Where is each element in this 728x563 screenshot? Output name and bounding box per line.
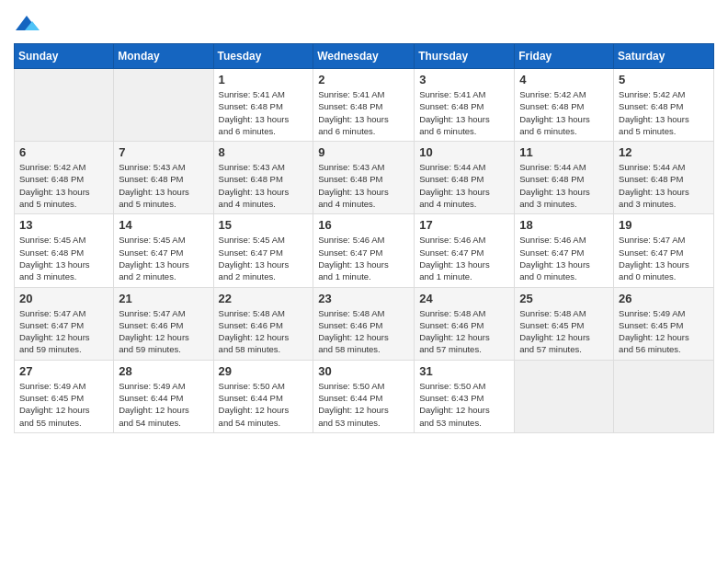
calendar-cell	[614, 360, 714, 432]
calendar-cell: 6Sunrise: 5:42 AM Sunset: 6:48 PM Daylig…	[15, 142, 114, 214]
calendar-cell	[114, 69, 213, 142]
calendar-cell: 17Sunrise: 5:46 AM Sunset: 6:47 PM Dayli…	[415, 214, 515, 287]
day-info: Sunrise: 5:47 AM Sunset: 6:46 PM Dayligh…	[119, 307, 208, 356]
week-row-1: 1Sunrise: 5:41 AM Sunset: 6:48 PM Daylig…	[15, 69, 714, 142]
day-number: 9	[318, 145, 409, 159]
calendar-cell: 21Sunrise: 5:47 AM Sunset: 6:46 PM Dayli…	[114, 287, 213, 360]
header-saturday: Saturday	[614, 44, 714, 69]
day-info: Sunrise: 5:50 AM Sunset: 6:43 PM Dayligh…	[419, 380, 509, 429]
day-number: 23	[318, 292, 409, 305]
calendar-cell	[515, 360, 614, 432]
day-info: Sunrise: 5:46 AM Sunset: 6:47 PM Dayligh…	[419, 234, 509, 282]
day-number: 25	[519, 292, 609, 305]
header-monday: Monday	[114, 44, 213, 69]
day-number: 2	[318, 73, 409, 86]
day-number: 27	[19, 364, 108, 378]
day-info: Sunrise: 5:42 AM Sunset: 6:48 PM Dayligh…	[519, 88, 609, 137]
day-info: Sunrise: 5:47 AM Sunset: 6:47 PM Dayligh…	[19, 307, 108, 356]
day-info: Sunrise: 5:45 AM Sunset: 6:47 PM Dayligh…	[219, 234, 309, 282]
day-number: 17	[419, 218, 509, 232]
day-number: 10	[419, 145, 509, 159]
day-number: 22	[219, 292, 309, 305]
day-number: 31	[419, 364, 509, 378]
day-number: 3	[419, 73, 509, 86]
day-number: 20	[19, 292, 108, 305]
day-number: 13	[19, 218, 108, 232]
calendar-cell: 18Sunrise: 5:46 AM Sunset: 6:47 PM Dayli…	[515, 214, 614, 287]
calendar-cell: 20Sunrise: 5:47 AM Sunset: 6:47 PM Dayli…	[15, 287, 114, 360]
logo	[14, 14, 43, 34]
header-friday: Friday	[515, 44, 614, 69]
calendar-cell: 29Sunrise: 5:50 AM Sunset: 6:44 PM Dayli…	[213, 360, 313, 432]
calendar-cell: 22Sunrise: 5:48 AM Sunset: 6:46 PM Dayli…	[213, 287, 313, 360]
day-info: Sunrise: 5:48 AM Sunset: 6:46 PM Dayligh…	[219, 307, 309, 356]
calendar-cell: 15Sunrise: 5:45 AM Sunset: 6:47 PM Dayli…	[213, 214, 313, 287]
day-info: Sunrise: 5:46 AM Sunset: 6:47 PM Dayligh…	[519, 234, 609, 282]
day-info: Sunrise: 5:44 AM Sunset: 6:48 PM Dayligh…	[419, 161, 509, 210]
day-info: Sunrise: 5:41 AM Sunset: 6:48 PM Dayligh…	[318, 88, 409, 137]
day-number: 5	[619, 73, 709, 86]
day-info: Sunrise: 5:44 AM Sunset: 6:48 PM Dayligh…	[519, 161, 609, 210]
calendar-cell: 28Sunrise: 5:49 AM Sunset: 6:44 PM Dayli…	[114, 360, 213, 432]
calendar-cell: 31Sunrise: 5:50 AM Sunset: 6:43 PM Dayli…	[415, 360, 515, 432]
day-number: 12	[619, 145, 709, 159]
calendar-cell: 27Sunrise: 5:49 AM Sunset: 6:45 PM Dayli…	[15, 360, 114, 432]
day-info: Sunrise: 5:43 AM Sunset: 6:48 PM Dayligh…	[219, 161, 309, 210]
day-number: 18	[519, 218, 609, 232]
day-info: Sunrise: 5:42 AM Sunset: 6:48 PM Dayligh…	[619, 88, 709, 137]
day-info: Sunrise: 5:45 AM Sunset: 6:48 PM Dayligh…	[19, 234, 108, 282]
day-number: 11	[519, 145, 609, 159]
calendar-cell: 4Sunrise: 5:42 AM Sunset: 6:48 PM Daylig…	[515, 69, 614, 142]
calendar-cell: 9Sunrise: 5:43 AM Sunset: 6:48 PM Daylig…	[313, 142, 415, 214]
day-info: Sunrise: 5:49 AM Sunset: 6:45 PM Dayligh…	[19, 380, 108, 429]
page-header	[14, 14, 714, 34]
calendar-cell: 12Sunrise: 5:44 AM Sunset: 6:48 PM Dayli…	[614, 142, 714, 214]
day-info: Sunrise: 5:50 AM Sunset: 6:44 PM Dayligh…	[318, 380, 409, 429]
header-sunday: Sunday	[15, 44, 114, 69]
day-info: Sunrise: 5:49 AM Sunset: 6:44 PM Dayligh…	[119, 380, 208, 429]
header-wednesday: Wednesday	[313, 44, 415, 69]
day-number: 26	[619, 292, 709, 305]
week-row-5: 27Sunrise: 5:49 AM Sunset: 6:45 PM Dayli…	[15, 360, 714, 432]
day-info: Sunrise: 5:43 AM Sunset: 6:48 PM Dayligh…	[318, 161, 409, 210]
calendar-table: SundayMondayTuesdayWednesdayThursdayFrid…	[14, 43, 714, 433]
day-info: Sunrise: 5:48 AM Sunset: 6:45 PM Dayligh…	[519, 307, 609, 356]
day-info: Sunrise: 5:46 AM Sunset: 6:47 PM Dayligh…	[318, 234, 409, 282]
day-info: Sunrise: 5:47 AM Sunset: 6:47 PM Dayligh…	[619, 234, 709, 282]
header-tuesday: Tuesday	[213, 44, 313, 69]
day-info: Sunrise: 5:44 AM Sunset: 6:48 PM Dayligh…	[619, 161, 709, 210]
day-info: Sunrise: 5:41 AM Sunset: 6:48 PM Dayligh…	[219, 88, 309, 137]
calendar-header-row: SundayMondayTuesdayWednesdayThursdayFrid…	[15, 44, 714, 69]
day-info: Sunrise: 5:42 AM Sunset: 6:48 PM Dayligh…	[19, 161, 108, 210]
calendar-cell: 23Sunrise: 5:48 AM Sunset: 6:46 PM Dayli…	[313, 287, 415, 360]
day-number: 29	[219, 364, 309, 378]
calendar-cell: 5Sunrise: 5:42 AM Sunset: 6:48 PM Daylig…	[614, 69, 714, 142]
day-info: Sunrise: 5:45 AM Sunset: 6:47 PM Dayligh…	[119, 234, 208, 282]
day-number: 28	[119, 364, 208, 378]
calendar-cell: 14Sunrise: 5:45 AM Sunset: 6:47 PM Dayli…	[114, 214, 213, 287]
calendar-cell: 1Sunrise: 5:41 AM Sunset: 6:48 PM Daylig…	[213, 69, 313, 142]
calendar-cell: 2Sunrise: 5:41 AM Sunset: 6:48 PM Daylig…	[313, 69, 415, 142]
calendar-cell: 10Sunrise: 5:44 AM Sunset: 6:48 PM Dayli…	[415, 142, 515, 214]
calendar-cell: 25Sunrise: 5:48 AM Sunset: 6:45 PM Dayli…	[515, 287, 614, 360]
day-number: 1	[219, 73, 309, 86]
day-number: 14	[119, 218, 208, 232]
calendar-cell: 7Sunrise: 5:43 AM Sunset: 6:48 PM Daylig…	[114, 142, 213, 214]
calendar-cell: 24Sunrise: 5:48 AM Sunset: 6:46 PM Dayli…	[415, 287, 515, 360]
logo-icon	[14, 14, 40, 34]
header-thursday: Thursday	[415, 44, 515, 69]
calendar-cell: 19Sunrise: 5:47 AM Sunset: 6:47 PM Dayli…	[614, 214, 714, 287]
calendar-cell: 13Sunrise: 5:45 AM Sunset: 6:48 PM Dayli…	[15, 214, 114, 287]
day-info: Sunrise: 5:49 AM Sunset: 6:45 PM Dayligh…	[619, 307, 709, 356]
calendar-cell: 30Sunrise: 5:50 AM Sunset: 6:44 PM Dayli…	[313, 360, 415, 432]
week-row-4: 20Sunrise: 5:47 AM Sunset: 6:47 PM Dayli…	[15, 287, 714, 360]
calendar-cell: 11Sunrise: 5:44 AM Sunset: 6:48 PM Dayli…	[515, 142, 614, 214]
week-row-2: 6Sunrise: 5:42 AM Sunset: 6:48 PM Daylig…	[15, 142, 714, 214]
day-info: Sunrise: 5:48 AM Sunset: 6:46 PM Dayligh…	[419, 307, 509, 356]
day-number: 21	[119, 292, 208, 305]
day-number: 7	[119, 145, 208, 159]
calendar-cell: 8Sunrise: 5:43 AM Sunset: 6:48 PM Daylig…	[213, 142, 313, 214]
calendar-cell: 26Sunrise: 5:49 AM Sunset: 6:45 PM Dayli…	[614, 287, 714, 360]
day-info: Sunrise: 5:43 AM Sunset: 6:48 PM Dayligh…	[119, 161, 208, 210]
day-number: 16	[318, 218, 409, 232]
